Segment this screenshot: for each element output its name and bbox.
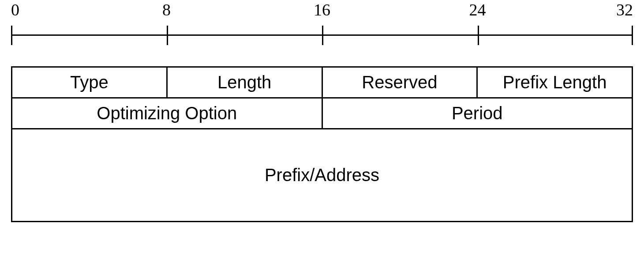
ruler-tick-label: 0 bbox=[11, 0, 19, 19]
ruler-tick-label: 32 bbox=[616, 0, 633, 19]
table-row: Type Length Reserved Prefix Length bbox=[12, 67, 633, 98]
table-row: Prefix/Address bbox=[12, 129, 633, 222]
field-period: Period bbox=[322, 98, 633, 129]
ruler-tick bbox=[478, 26, 479, 45]
field-type: Type bbox=[12, 67, 167, 98]
ruler-tick-label: 16 bbox=[314, 0, 330, 19]
ruler-tick bbox=[11, 26, 12, 45]
field-prefix-address: Prefix/Address bbox=[12, 129, 633, 222]
field-optimizing-option: Optimizing Option bbox=[12, 98, 322, 129]
field-length: Length bbox=[167, 67, 322, 98]
ruler-tick bbox=[322, 26, 323, 45]
table-row: Optimizing Option Period bbox=[12, 98, 633, 129]
ruler-tick bbox=[167, 26, 168, 45]
packet-format-diagram: 0 8 16 24 32 Type Length Reserved Prefix… bbox=[0, 0, 644, 254]
ruler-tick-label: 8 bbox=[162, 0, 171, 19]
bit-ruler: 0 8 16 24 32 bbox=[11, 0, 633, 44]
field-prefix-length: Prefix Length bbox=[477, 67, 633, 98]
ruler-tick-label: 24 bbox=[469, 0, 486, 19]
field-reserved: Reserved bbox=[322, 67, 477, 98]
ruler-tick bbox=[632, 26, 633, 45]
packet-fields-table: Type Length Reserved Prefix Length Optim… bbox=[11, 66, 633, 222]
